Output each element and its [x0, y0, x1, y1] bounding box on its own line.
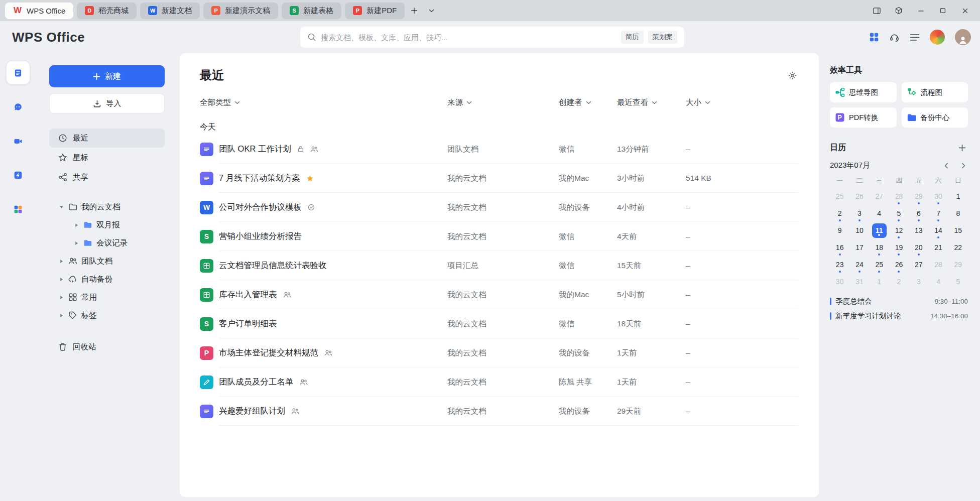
calendar-day[interactable]: 27: [909, 257, 928, 273]
sidebar-item-shared[interactable]: 共享: [49, 168, 165, 187]
file-row[interactable]: 团队成员及分工名单我的云文档陈旭 共享1天前–: [200, 367, 799, 397]
event-item[interactable]: 新季度学习计划讨论 14:30–16:00: [830, 311, 968, 321]
trash-item[interactable]: 回收站: [49, 337, 165, 356]
calendar-day[interactable]: 9: [830, 222, 849, 238]
calendar-day[interactable]: 6: [909, 205, 928, 221]
calendar-day[interactable]: 29: [909, 188, 928, 204]
calendar-day[interactable]: 4: [928, 274, 948, 290]
calendar-day[interactable]: 8: [948, 205, 968, 221]
sidebar-item-starred[interactable]: 星标: [49, 148, 165, 167]
file-row[interactable]: 7 月线下活动策划方案我的云文档我的Mac3小时前514 KB: [200, 164, 799, 193]
calendar-day[interactable]: 7: [928, 205, 948, 221]
avatar[interactable]: [955, 29, 971, 45]
tab-2[interactable]: W新建文档: [140, 3, 200, 19]
tool-mindmap[interactable]: 思维导图: [830, 82, 897, 102]
member-icon[interactable]: [930, 30, 945, 45]
filter-last-viewed[interactable]: 最近查看: [617, 97, 686, 108]
tree-item-team-docs[interactable]: 团队文档: [49, 252, 165, 270]
tree-item-my-cloud-docs[interactable]: 我的云文档: [49, 198, 165, 216]
layout-panel-button[interactable]: [866, 0, 888, 21]
add-event-button[interactable]: [956, 142, 968, 154]
calendar-next-button[interactable]: [959, 161, 968, 170]
file-row[interactable]: S客户订单明细表我的云文档微信18天前–: [200, 309, 799, 338]
rail-item-app-center[interactable]: [7, 198, 30, 221]
calendar-day[interactable]: 23: [830, 257, 849, 273]
tree-item-bimonthly-report[interactable]: 双月报: [49, 216, 165, 234]
tree-item-frequent[interactable]: 常用: [49, 288, 165, 306]
calendar-day[interactable]: 13: [909, 222, 928, 238]
calendar-day[interactable]: 10: [849, 222, 869, 238]
support-icon[interactable]: [889, 32, 900, 43]
file-row[interactable]: 库存出入管理表我的云文档我的Mac5小时前–: [200, 280, 799, 309]
calendar-day[interactable]: 28: [889, 188, 909, 204]
caret-down-icon[interactable]: [58, 205, 64, 209]
calendar-day[interactable]: 20: [909, 239, 928, 256]
new-tab-button[interactable]: [407, 3, 422, 18]
tree-item-auto-backup[interactable]: 自动备份: [49, 270, 165, 288]
search-bar[interactable]: 简历 策划案: [300, 27, 684, 48]
close-button[interactable]: [954, 0, 976, 21]
calendar-day[interactable]: 2: [830, 205, 849, 221]
tab-list-chevron-button[interactable]: [424, 3, 439, 18]
filter-source[interactable]: 来源: [447, 97, 559, 108]
calendar-day[interactable]: 3: [909, 274, 928, 290]
search-tag-plan[interactable]: 策划案: [648, 31, 678, 44]
calendar-day[interactable]: 17: [849, 239, 869, 256]
widgets-box-button[interactable]: [888, 0, 910, 21]
tab-3[interactable]: P新建演示文稿: [203, 3, 278, 19]
file-row[interactable]: 云文档管理员信息统计表验收项目汇总微信15天前–: [200, 251, 799, 280]
calendar-day[interactable]: 19: [889, 239, 909, 256]
calendar-day[interactable]: 31: [849, 274, 869, 290]
tree-item-tags[interactable]: 标签: [49, 306, 165, 324]
tool-pdf-convert[interactable]: PDF转换: [830, 107, 897, 128]
calendar-day[interactable]: 12: [889, 222, 909, 238]
calendar-day[interactable]: 29: [948, 257, 968, 273]
rail-item-meeting[interactable]: [7, 130, 30, 153]
tree-item-meeting-notes[interactable]: 会议记录: [49, 234, 165, 252]
filter-size[interactable]: 大小: [686, 97, 799, 108]
file-row[interactable]: W公司对外合作协议模板我的云文档我的设备4小时前–: [200, 193, 799, 222]
tab-1[interactable]: D稻壳商城: [77, 3, 137, 19]
tool-flowchart[interactable]: 流程图: [902, 82, 968, 102]
settings-gear-button[interactable]: [786, 69, 799, 82]
calendar-day[interactable]: 24: [849, 257, 869, 273]
calendar-day[interactable]: 21: [928, 239, 948, 256]
file-row[interactable]: P市场主体登记提交材料规范我的云文档我的设备1天前–: [200, 338, 799, 367]
calendar-day[interactable]: 11: [870, 222, 889, 238]
search-tag-resume[interactable]: 简历: [621, 31, 644, 44]
calendar-day[interactable]: 28: [928, 257, 948, 273]
file-row[interactable]: S营销小组业绩分析报告我的云文档微信4天前–: [200, 222, 799, 251]
tab-0[interactable]: WWPS Office: [5, 3, 73, 19]
calendar-day[interactable]: 25: [870, 257, 889, 273]
tab-4[interactable]: S新建表格: [282, 3, 341, 19]
caret-right-icon[interactable]: [73, 223, 79, 227]
event-item[interactable]: 季度总结会 9:30–11:00: [830, 297, 968, 306]
calendar-day[interactable]: 14: [928, 222, 948, 238]
calendar-day[interactable]: 3: [849, 205, 869, 221]
calendar-day[interactable]: 18: [870, 239, 889, 256]
calendar-day[interactable]: 30: [928, 188, 948, 204]
filter-creator[interactable]: 创建者: [559, 97, 617, 108]
caret-right-icon[interactable]: [58, 313, 64, 318]
apps-grid-icon[interactable]: [869, 32, 879, 42]
caret-right-icon[interactable]: [58, 295, 64, 300]
calendar-day[interactable]: 22: [948, 239, 968, 256]
tab-5[interactable]: P新建PDF: [345, 3, 405, 19]
rail-item-chat[interactable]: [7, 95, 30, 118]
minimize-button[interactable]: [910, 0, 932, 21]
sidebar-item-recent[interactable]: 最近: [49, 129, 165, 148]
caret-right-icon[interactable]: [58, 277, 64, 282]
import-button[interactable]: 导入: [49, 93, 165, 113]
calendar-day[interactable]: 27: [870, 188, 889, 204]
menu-icon[interactable]: [910, 33, 920, 42]
new-document-button[interactable]: 新建: [49, 65, 165, 87]
search-input[interactable]: [321, 33, 617, 42]
calendar-day[interactable]: 1: [870, 274, 889, 290]
calendar-day[interactable]: 15: [948, 222, 968, 238]
calendar-day[interactable]: 4: [870, 205, 889, 221]
calendar-day[interactable]: 2: [889, 274, 909, 290]
calendar-day[interactable]: 26: [889, 257, 909, 273]
calendar-day[interactable]: 26: [849, 188, 869, 204]
calendar-day[interactable]: 30: [830, 274, 849, 290]
calendar-day[interactable]: 5: [889, 205, 909, 221]
